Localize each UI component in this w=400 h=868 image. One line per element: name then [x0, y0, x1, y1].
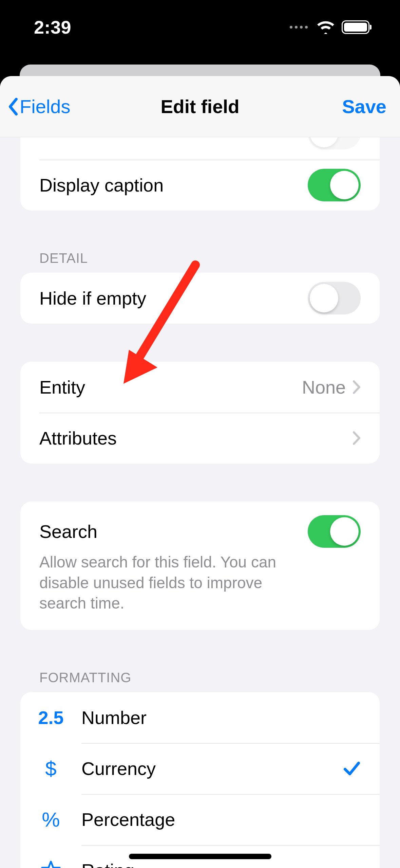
wifi-icon: [317, 20, 335, 34]
row-entity[interactable]: Entity None: [20, 362, 380, 413]
content-scroll[interactable]: Display caption DETAIL Hide if empty Ent…: [0, 137, 400, 868]
group-detail: Hide if empty: [20, 273, 380, 324]
device-frame: 2:39 Fields Edit field Save: [0, 0, 400, 868]
formatting-option-label: Percentage: [81, 809, 361, 830]
chevron-right-icon: [353, 431, 361, 445]
battery-icon: [342, 20, 369, 34]
attributes-label: Attributes: [39, 428, 353, 449]
chevron-left-icon: [8, 98, 18, 115]
save-button[interactable]: Save: [342, 95, 386, 117]
group-display: Display caption: [20, 137, 380, 211]
entity-label: Entity: [39, 377, 302, 398]
nav-bar: Fields Edit field Save: [0, 76, 400, 137]
sheet-modal: Fields Edit field Save Display caption D…: [0, 76, 400, 868]
display-caption-label: Display caption: [39, 175, 308, 196]
back-button[interactable]: Fields: [8, 95, 70, 117]
formatting-option-percentage[interactable]: %Percentage: [20, 794, 380, 845]
row-display-caption[interactable]: Display caption: [20, 160, 380, 211]
num-icon: 2.5: [20, 707, 81, 728]
status-indicators: [290, 20, 369, 34]
row-search[interactable]: Search Allow search for this field. You …: [20, 502, 380, 630]
formatting-option-number[interactable]: 2.5Number: [20, 692, 380, 743]
entity-value: None: [302, 377, 346, 398]
group-entity: Entity None Attributes: [20, 362, 380, 464]
toggle-search[interactable]: [308, 515, 361, 548]
hide-if-empty-label: Hide if empty: [39, 288, 308, 309]
row-attributes[interactable]: Attributes: [20, 413, 380, 464]
row-hide-if-empty[interactable]: Hide if empty: [20, 273, 380, 324]
toggle-display-caption[interactable]: [308, 169, 361, 201]
formatting-option-label: Number: [81, 707, 361, 728]
formatting-option-label: Currency: [81, 758, 343, 779]
group-formatting: 2.5Number$Currency%PercentageRating: [20, 692, 380, 868]
home-indicator[interactable]: [129, 854, 271, 859]
section-header-detail: DETAIL: [20, 251, 380, 266]
search-label: Search: [39, 521, 308, 542]
formatting-option-currency[interactable]: $Currency: [20, 743, 380, 794]
back-label: Fields: [20, 95, 70, 117]
toggle-previous[interactable]: [308, 137, 361, 149]
search-subtitle: Allow search for this field. You can dis…: [39, 552, 361, 614]
formatting-option-label: Rating: [81, 860, 361, 868]
section-header-formatting: FORMATTING: [20, 670, 380, 685]
chevron-right-icon: [353, 380, 361, 394]
row-hidden-previous[interactable]: [20, 137, 380, 160]
toggle-hide-if-empty[interactable]: [308, 282, 361, 314]
group-search: Search Allow search for this field. You …: [20, 502, 380, 630]
percent-icon: %: [20, 808, 81, 831]
pagination-dots-icon: [290, 26, 308, 29]
status-bar: 2:39: [0, 0, 400, 54]
star-icon: [20, 860, 81, 868]
checkmark-icon: [343, 760, 361, 777]
status-time: 2:39: [34, 17, 71, 38]
dollar-icon: $: [20, 757, 81, 780]
